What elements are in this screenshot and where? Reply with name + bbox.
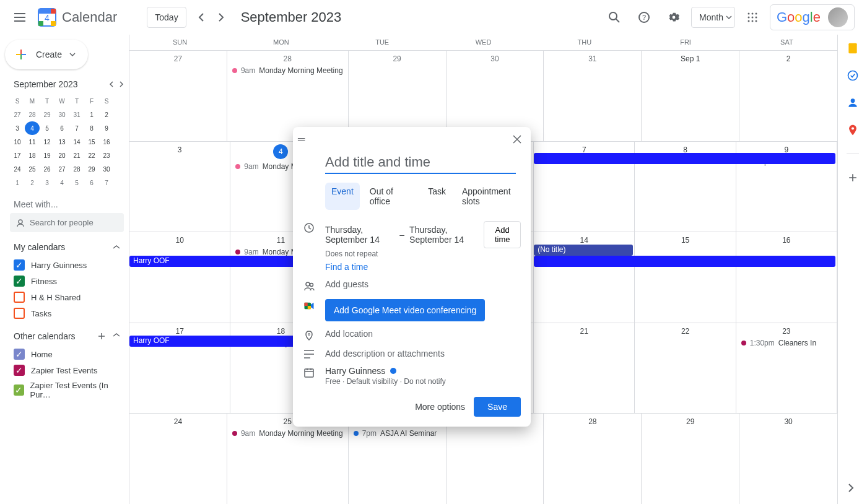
main-menu-button[interactable] [5, 2, 35, 32]
day-cell[interactable]: 15 [635, 232, 736, 323]
calendar-checkbox[interactable]: ✓ [14, 259, 25, 271]
multiday-event-bar[interactable] [534, 256, 835, 267]
calendar-checkbox[interactable]: ✓ [14, 365, 25, 376]
calendar-item[interactable]: ✓Harry Guinness [5, 257, 129, 273]
repeat-label[interactable]: Does not repeat [325, 250, 521, 258]
mini-day-cell[interactable]: 9 [99, 121, 114, 135]
search-people-input[interactable]: Search for people [10, 213, 124, 232]
mini-day-cell[interactable]: 7 [99, 176, 114, 189]
mini-day-cell[interactable]: 28 [25, 108, 40, 121]
find-time-link[interactable]: Find a time [325, 262, 521, 272]
day-cell[interactable]: 231:30pm Cleaners In [736, 323, 837, 414]
mini-prev-button[interactable] [109, 81, 114, 87]
event-chip[interactable]: 9am Monday Morning Meeting [230, 66, 346, 76]
mini-day-cell[interactable]: 4 [54, 176, 69, 189]
day-cell[interactable]: 31 [544, 51, 642, 141]
calendar-checkbox[interactable]: ✓ [14, 276, 25, 287]
mini-day-cell[interactable]: 16 [99, 135, 114, 149]
add-description-field[interactable]: Add description or attachments [325, 349, 521, 358]
mini-day-cell[interactable]: 2 [25, 176, 40, 189]
visibility-label[interactable]: Free · Default visibility · Do not notif… [325, 377, 521, 386]
mini-day-cell[interactable]: 31 [69, 108, 84, 121]
day-cell[interactable]: 30 [739, 414, 837, 504]
help-button[interactable]: ? [632, 5, 656, 30]
google-apps-button[interactable] [740, 5, 765, 30]
create-button[interactable]: Create [5, 40, 88, 69]
mini-day-cell[interactable]: 5 [69, 176, 84, 189]
calendar-item[interactable]: H & H Shared [5, 289, 129, 305]
day-cell[interactable]: Sep 1 [642, 51, 739, 141]
mini-day-cell[interactable]: 24 [10, 162, 25, 176]
next-month-button[interactable] [211, 7, 231, 27]
keep-icon[interactable] [847, 42, 859, 54]
mini-day-cell[interactable]: 18 [25, 149, 40, 162]
mini-day-cell[interactable]: 6 [84, 176, 99, 189]
mini-day-cell[interactable]: 12 [40, 135, 54, 149]
calendar-item[interactable]: ✓Zapier Test Events [5, 362, 129, 378]
mini-day-cell[interactable]: 7 [69, 121, 84, 135]
view-selector[interactable]: Month [691, 7, 735, 28]
drag-handle-icon[interactable]: ═ [298, 134, 305, 145]
mini-day-cell[interactable]: 22 [84, 149, 99, 162]
mini-day-cell[interactable]: 5 [40, 121, 54, 135]
settings-button[interactable] [661, 5, 686, 30]
mini-day-cell[interactable]: 19 [40, 149, 54, 162]
mini-day-cell[interactable]: 30 [99, 162, 114, 176]
close-dialog-button[interactable] [508, 131, 526, 148]
calendar-checkbox[interactable]: ✓ [14, 385, 24, 396]
day-cell[interactable]: 267pm ASJA AI Seminar [349, 414, 447, 504]
mini-day-cell[interactable]: 14 [69, 135, 84, 149]
add-guests-field[interactable]: Add guests [325, 279, 521, 289]
mini-day-cell[interactable]: 25 [25, 162, 40, 176]
contacts-icon[interactable] [847, 97, 859, 109]
mini-day-cell[interactable]: 6 [54, 121, 69, 135]
mini-day-cell[interactable]: 11 [25, 135, 40, 149]
tasks-icon[interactable] [847, 69, 859, 82]
multiday-event-bar[interactable] [534, 153, 835, 164]
today-button[interactable]: Today [147, 7, 186, 28]
show-side-panel-button[interactable] [842, 479, 860, 497]
calendar-item[interactable]: ✓Fitness [5, 273, 129, 289]
mini-day-cell[interactable]: 27 [54, 162, 69, 176]
mini-day-cell[interactable]: 1 [84, 108, 99, 121]
day-cell[interactable]: 27 [129, 51, 227, 141]
mini-day-cell[interactable]: 17 [10, 149, 25, 162]
day-cell[interactable]: 16 [736, 232, 837, 323]
more-options-button[interactable]: More options [415, 402, 465, 412]
day-cell[interactable]: 24 [129, 414, 227, 504]
day-cell[interactable]: 28 [544, 414, 642, 504]
event-type-tab[interactable]: Event [325, 183, 360, 210]
search-button[interactable] [602, 5, 627, 30]
add-calendar-button[interactable] [98, 332, 105, 340]
event-type-tab[interactable]: Task [422, 183, 452, 210]
mini-day-cell[interactable]: 3 [10, 121, 25, 135]
mini-day-cell[interactable]: 20 [54, 149, 69, 162]
day-cell[interactable]: 22 [635, 323, 736, 414]
mini-day-cell[interactable]: 2 [99, 108, 114, 121]
mini-next-button[interactable] [119, 81, 124, 87]
day-cell[interactable]: 259am Monday Morning Meeting [227, 414, 349, 504]
mini-day-cell[interactable]: 26 [40, 162, 54, 176]
calendar-checkbox[interactable] [14, 292, 25, 303]
event-chip[interactable]: 7pm ASJA AI Seminar [351, 428, 443, 438]
account-chip[interactable]: Google [770, 4, 855, 30]
multiday-event-bar[interactable]: (No title) [534, 245, 633, 256]
mini-day-cell[interactable]: 10 [10, 135, 25, 149]
day-cell[interactable]: 29 [642, 414, 739, 504]
event-chip[interactable]: 9am Monday Morning Meeting [230, 428, 346, 438]
day-cell[interactable]: 27 [447, 414, 544, 504]
add-time-button[interactable]: Add time [484, 221, 521, 248]
event-end-date[interactable]: Thursday, September 14 [409, 225, 479, 245]
mini-day-cell[interactable]: 3 [40, 176, 54, 189]
mini-day-cell[interactable]: 13 [54, 135, 69, 149]
mini-day-cell[interactable]: 27 [10, 108, 25, 121]
day-cell[interactable]: 2 [739, 51, 837, 141]
mini-day-cell[interactable]: 29 [84, 162, 99, 176]
mini-day-cell[interactable]: 30 [54, 108, 69, 121]
calendar-checkbox[interactable] [14, 308, 25, 319]
day-cell[interactable]: 3 [129, 142, 230, 232]
add-meet-button[interactable]: Add Google Meet video conferencing [325, 299, 485, 321]
mini-day-cell[interactable]: 28 [69, 162, 84, 176]
mini-day-cell[interactable]: 4 [25, 121, 40, 135]
mini-day-cell[interactable]: 15 [84, 135, 99, 149]
